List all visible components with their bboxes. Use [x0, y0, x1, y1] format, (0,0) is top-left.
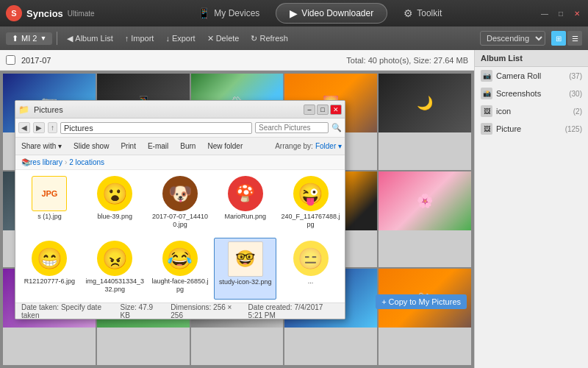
tab-devices[interactable]: 📱 My Devices — [184, 3, 273, 24]
photo-item[interactable]: 🌙 — [379, 74, 471, 170]
sidebar-header: Album List — [475, 50, 588, 67]
dialog-toolbar: Share with ▾ Slide show Print E-mail Bur… — [15, 138, 345, 155]
icon-count: (2) — [573, 107, 582, 116]
import-icon: ↑ — [125, 34, 129, 43]
file-item[interactable]: 😜 240_F_114767488.jpg — [279, 173, 342, 235]
picture-folder-icon: 🖼 — [481, 123, 492, 135]
view-toggle: ⊞ ☰ — [551, 31, 582, 46]
device-chevron-icon: ▼ — [40, 35, 46, 42]
album-list-icon: ◀ — [67, 34, 73, 43]
forward-button[interactable]: ▶ — [33, 122, 45, 133]
copy-btn-label: Copy to My Pictures — [389, 297, 461, 306]
tab-devices-label: My Devices — [214, 8, 259, 18]
screenshots-count: (30) — [569, 90, 582, 98]
device-badge: ⬆ MI 2 ▼ — [6, 32, 52, 45]
copy-to-my-pictures-button[interactable]: + Copy to My Pictures — [376, 294, 467, 309]
arrange-label: Arrange by: — [275, 142, 313, 150]
file-name: blue-39.png — [97, 213, 132, 221]
dialog-statusbar: Date taken: Specify date taken Size: 47.… — [15, 302, 345, 319]
picture-label: Picture — [496, 124, 521, 133]
sidebar-item-screenshots[interactable]: 📸 Screenshots (30) — [475, 85, 588, 102]
photo-item[interactable]: 🌸 — [379, 171, 471, 268]
camera-roll-label: Camera Roll — [496, 71, 541, 80]
logo-icon: S — [6, 5, 22, 21]
breadcrumb-locations[interactable]: 2 locations — [69, 158, 104, 166]
file-item[interactable]: 🐶 2017-07-07_144100.jpg — [149, 173, 212, 235]
file-name: 2017-07-07_144100.jpg — [151, 213, 210, 229]
sidebar-item-icon[interactable]: 🖼 icon (2) — [475, 102, 588, 120]
tab-video-downloader[interactable]: ▶ Video Downloader — [276, 3, 387, 24]
copy-plus-icon: + — [381, 297, 386, 306]
grid-view-button[interactable]: ⊞ — [551, 31, 566, 46]
photo-item[interactable]: 🏜 — [379, 269, 471, 365]
sort-controls: Descending Ascending ⊞ ☰ — [480, 31, 582, 46]
toolbar-separator-1 — [57, 32, 57, 45]
file-thumbnail: 😠 — [97, 241, 132, 276]
dialog-title-text: Pictures — [31, 105, 302, 114]
file-item[interactable]: 😂 laught-face-26850.jpg — [149, 238, 212, 300]
file-item[interactable]: 😑 ... — [279, 238, 342, 300]
album-stats: Total: 40 photo(s), Size: 27.64 MB — [346, 56, 468, 65]
import-button[interactable]: ↑ Import — [120, 32, 159, 45]
delete-button[interactable]: ✕ Delete — [202, 32, 245, 46]
dialog-close-button[interactable]: ✕ — [330, 105, 342, 115]
app-brand: Syncios — [26, 8, 63, 19]
up-button[interactable]: ↑ — [48, 122, 57, 133]
file-item[interactable]: 🤓 study-icon-32.png — [214, 238, 276, 300]
dialog-maximize-button[interactable]: □ — [317, 105, 329, 115]
file-item[interactable]: JPG s (1).jpg — [18, 173, 81, 235]
address-input[interactable] — [60, 122, 252, 134]
picture-count: (125) — [565, 125, 582, 133]
breadcrumb-sep: › — [65, 158, 67, 166]
tab-toolkit[interactable]: ⚙ Toolkit — [390, 3, 455, 24]
album-header: 2017-07 Total: 40 photo(s), Size: 27.64 … — [0, 50, 474, 71]
print-button[interactable]: Print — [118, 141, 139, 151]
file-name: 240_F_114767488.jpg — [281, 213, 340, 229]
dialog-titlebar: 📁 Pictures – □ ✕ — [15, 101, 345, 118]
sidebar-item-picture[interactable]: 🖼 Picture (125) — [475, 120, 588, 138]
album-list-button[interactable]: ◀ Album List — [62, 32, 118, 46]
sidebar: Album List 📷 Camera Roll (37) 📸 Screensh… — [474, 50, 588, 368]
arrange-mode[interactable]: Folder ▾ — [315, 142, 342, 150]
arrange-by: Arrange by: Folder ▾ — [275, 142, 342, 150]
album-list-label: Album List — [75, 34, 112, 43]
search-input[interactable] — [255, 122, 329, 133]
slideshow-button[interactable]: Slide show — [71, 141, 112, 151]
toolbar: ⬆ MI 2 ▼ ◀ Album List ↑ Import ↓ Export … — [0, 26, 588, 50]
maximize-button[interactable]: □ — [556, 8, 566, 18]
tab-video-label: Video Downloader — [301, 8, 373, 18]
explorer-dialog: 📁 Pictures – □ ✕ ◀ ▶ ↑ 🔍 Share with ▾ Sl… — [15, 100, 345, 319]
date-taken-info: Date taken: Specify date taken — [21, 303, 109, 319]
file-item[interactable]: 😠 img_1440531334_332.png — [84, 238, 146, 300]
icon-folder-icon: 🖼 — [481, 105, 492, 117]
share-with-button[interactable]: Share with ▾ — [18, 141, 65, 151]
file-thumbnail: 😜 — [293, 176, 329, 211]
file-item[interactable]: 🍄 MarioRun.png — [214, 173, 276, 235]
back-button[interactable]: ◀ — [18, 122, 30, 133]
email-button[interactable]: E-mail — [145, 141, 171, 151]
file-thumbnail: 😂 — [162, 241, 198, 276]
dialog-minimize-button[interactable]: – — [304, 105, 315, 115]
refresh-button[interactable]: ↻ Refresh — [245, 32, 293, 46]
minimize-button[interactable]: — — [539, 8, 550, 18]
burn-button[interactable]: Burn — [177, 141, 198, 151]
album-checkbox[interactable] — [6, 55, 15, 65]
close-button[interactable]: ✕ — [572, 8, 582, 18]
import-label: Import — [131, 34, 154, 43]
sidebar-item-camera-roll[interactable]: 📷 Camera Roll (37) — [475, 67, 588, 85]
file-thumbnail: JPG — [32, 176, 67, 211]
breadcrumb-library[interactable]: res library — [30, 158, 62, 166]
export-button[interactable]: ↓ Export — [160, 32, 200, 45]
list-view-button[interactable]: ☰ — [567, 31, 582, 46]
file-thumbnail: 😁 — [32, 241, 67, 276]
file-name: laught-face-26850.jpg — [151, 277, 210, 294]
sort-dropdown[interactable]: Descending Ascending — [480, 31, 545, 46]
main-area: 2017-07 Total: 40 photo(s), Size: 27.64 … — [0, 50, 588, 368]
file-item[interactable]: 😮 blue-39.png — [84, 173, 146, 235]
new-folder-button[interactable]: New folder — [204, 141, 245, 151]
file-item[interactable]: 😁 R12120777-6.jpg — [18, 238, 81, 300]
dialog-folder-icon: 📁 — [18, 105, 29, 115]
file-thumbnail: 🤓 — [228, 241, 263, 277]
app-edition: Ultimate — [68, 10, 95, 18]
delete-icon: ✕ — [207, 34, 214, 43]
